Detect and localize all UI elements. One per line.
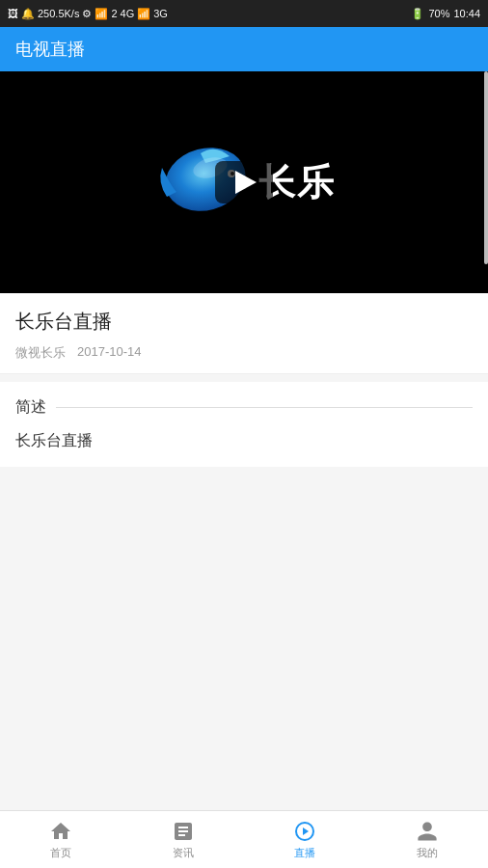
network-4g: 4G	[121, 8, 135, 19]
signal-icon: 📶	[137, 8, 150, 20]
news-icon	[172, 820, 195, 843]
nav-label-mine: 我的	[417, 846, 438, 860]
content-meta: 微视长乐 2017-10-14	[15, 344, 473, 362]
page-title: 电视直播	[15, 38, 85, 61]
live-icon	[293, 820, 316, 843]
sim-icon: 2	[111, 8, 117, 19]
time-text: 10:44	[453, 8, 480, 19]
video-container[interactable]: 长乐	[0, 71, 488, 293]
status-bar: 🖼 🔔 250.5K/s ⚙ 📶 2 4G 📶 3G 🔋 70% 10:44	[0, 0, 488, 27]
status-right: 🔋 70% 10:44	[411, 8, 480, 20]
content-info: 长乐台直播 微视长乐 2017-10-14	[0, 293, 488, 374]
play-button[interactable]	[215, 161, 273, 203]
desc-label: 简述	[15, 397, 46, 418]
settings-icon: ⚙	[82, 8, 92, 20]
nav-item-live[interactable]: 直播	[244, 811, 366, 868]
bottom-nav: 首页 资讯 直播 我的	[0, 810, 488, 868]
content-date: 2017-10-14	[77, 344, 142, 362]
desc-divider	[56, 407, 473, 408]
profile-icon	[416, 820, 439, 843]
image-icon: 🖼	[8, 8, 18, 19]
nav-label-home: 首页	[50, 846, 71, 860]
top-bar: 电视直播	[0, 27, 488, 71]
content-author: 微视长乐	[15, 344, 66, 362]
notification-icon: 🔔	[21, 8, 35, 20]
nav-item-news[interactable]: 资讯	[122, 811, 245, 868]
battery-text: 70%	[428, 8, 449, 19]
desc-content: 长乐台直播	[15, 431, 473, 451]
description-section: 简述 长乐台直播	[0, 382, 488, 467]
wifi-icon: 📶	[95, 8, 108, 20]
home-icon	[49, 820, 72, 843]
content-title: 长乐台直播	[15, 309, 473, 335]
scroll-indicator	[484, 71, 488, 264]
nav-item-home[interactable]: 首页	[0, 811, 122, 868]
desc-header: 简述	[15, 397, 473, 418]
status-left: 🖼 🔔 250.5K/s ⚙ 📶 2 4G 📶 3G	[8, 8, 168, 20]
battery-icon: 🔋	[411, 8, 424, 20]
nav-label-news: 资讯	[173, 846, 194, 860]
network-3g: 3G	[153, 8, 168, 19]
nav-label-live: 直播	[294, 846, 315, 860]
speed-text: 250.5K/s	[38, 8, 79, 19]
nav-item-mine[interactable]: 我的	[366, 811, 489, 868]
play-icon	[235, 171, 257, 194]
